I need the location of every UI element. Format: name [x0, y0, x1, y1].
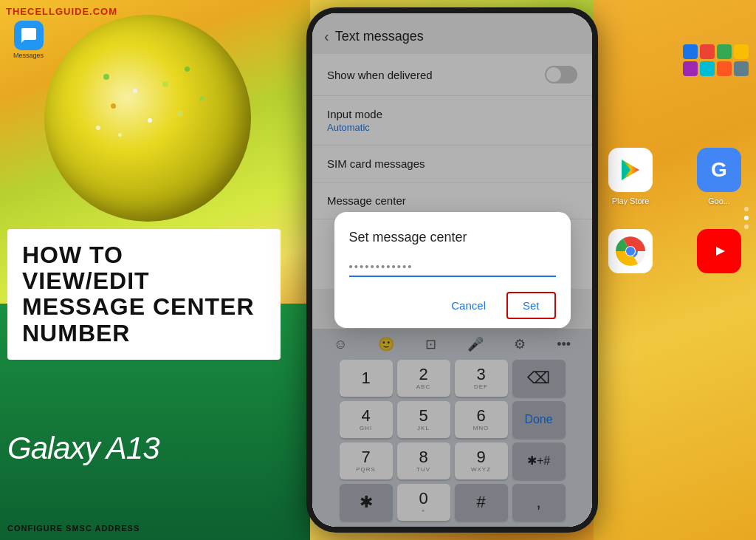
messages-icon-bg: [14, 21, 44, 50]
small-icon-1: [683, 44, 698, 59]
small-icon-6: [700, 61, 715, 76]
messages-label: Messages: [13, 52, 44, 59]
small-icon-3: [717, 44, 732, 59]
title-line3: MESSAGE CENTER: [22, 293, 254, 320]
play-store-item: Play Store: [608, 148, 653, 205]
phone-body: ‹ Text messages Show when delivered Inpu…: [306, 7, 598, 533]
bottom-left-label: CONFIGURE SMSC ADDRESS: [7, 524, 140, 533]
dot-3: [744, 225, 749, 229]
youtube-icon: [697, 229, 741, 273]
small-icon-7: [717, 61, 732, 76]
dot-indicator: [744, 207, 749, 229]
small-icon-5: [683, 61, 698, 76]
dot-active: [744, 216, 749, 220]
dialog-buttons: Cancel Set: [349, 292, 556, 319]
dot-1: [744, 207, 749, 211]
google-icon: G: [697, 148, 741, 192]
galaxy-model-text: Galaxy A13: [7, 431, 159, 466]
small-icon-2: [700, 44, 715, 59]
set-message-center-dialog: Set message center Cancel Set: [334, 212, 571, 328]
dialog-number-input[interactable]: [349, 257, 556, 277]
small-icon-4: [734, 44, 749, 59]
title-line1: HOW TO: [22, 242, 123, 268]
phone-screen: ‹ Text messages Show when delivered Inpu…: [312, 13, 592, 527]
logo-text: THECELLGUIDE.COM: [6, 6, 117, 17]
dialog-overlay: Set message center Cancel Set: [312, 13, 592, 527]
cancel-button[interactable]: Cancel: [442, 292, 495, 319]
sprinkles-area: [74, 44, 221, 192]
svg-point-3: [626, 247, 635, 256]
play-store-label: Play Store: [612, 196, 650, 205]
youtube-item: [697, 229, 741, 273]
messages-app-icon: Messages: [13, 21, 44, 59]
messages-icon-svg: [20, 27, 38, 44]
how-to-block: HOW TO VIEW/EDIT MESSAGE CENTER NUMBER: [7, 229, 281, 360]
chrome-item: [608, 229, 653, 273]
small-icon-8: [734, 61, 749, 76]
play-store-svg: [617, 157, 644, 183]
google-label: Goo...: [708, 196, 730, 205]
site-logo: THECELLGUIDE.COM: [6, 6, 117, 17]
title-line4: NUMBER: [22, 320, 130, 346]
main-title: HOW TO VIEW/EDIT MESSAGE CENTER NUMBER: [22, 242, 266, 346]
dialog-title: Set message center: [349, 230, 556, 245]
title-line2: VIEW/EDIT: [22, 267, 150, 294]
google-letter: G: [711, 158, 727, 182]
youtube-svg: [706, 238, 732, 264]
set-button[interactable]: Set: [506, 292, 556, 319]
play-store-icon: [608, 148, 653, 192]
google-item: G Goo...: [697, 148, 741, 205]
right-home-screen: Play Store G Goo...: [594, 0, 756, 540]
small-icon-grid: [683, 44, 749, 76]
chrome-svg: [616, 236, 645, 266]
chrome-icon: [608, 229, 653, 273]
